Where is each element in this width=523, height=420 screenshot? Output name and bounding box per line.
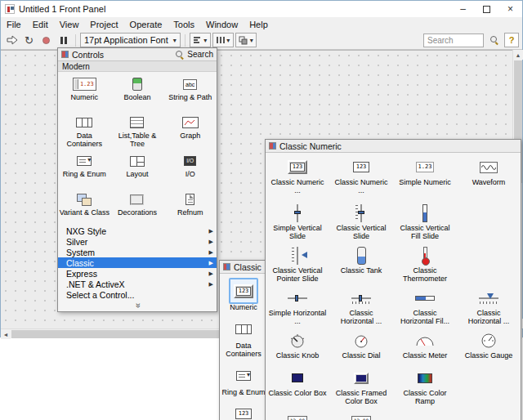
cn-item-classic-color-box[interactable]: Classic Color Box xyxy=(266,364,329,406)
cn-item-simple-numeric[interactable]: 1.23 Simple Numeric xyxy=(393,153,457,199)
cn-item-classic-meter[interactable]: Classic Meter xyxy=(393,326,457,364)
controls-palette-titlebar[interactable]: Controls Search xyxy=(58,48,217,61)
titlebar[interactable]: Untitled 1 Front Panel – × xyxy=(1,1,522,17)
cn-item-waveform[interactable]: Waveform xyxy=(457,153,521,199)
graph-icon xyxy=(182,117,199,128)
section-modern[interactable]: Modern xyxy=(58,61,217,72)
pause-button[interactable] xyxy=(56,33,71,48)
palette-item-data-containers[interactable]: Data Containers xyxy=(58,110,111,149)
palette-item-variant-class[interactable]: Variant & Class xyxy=(58,187,111,226)
palette-row-select-a-control[interactable]: Select a Control... xyxy=(58,289,217,300)
knob-icon xyxy=(289,333,306,348)
cn-item-classic-vertical-slide[interactable]: Classic Vertical Slide xyxy=(329,199,393,241)
expand-chevron-button[interactable]: « xyxy=(58,300,217,311)
cn-item-simple-vertical-slide[interactable]: Simple Vertical Slide xyxy=(266,199,329,241)
classic-vertical-slide-icon xyxy=(355,203,368,223)
help-button[interactable]: ? xyxy=(504,33,519,47)
cn-item-classic-numeric-indicator[interactable]: 123 Classic Numeric ... xyxy=(329,153,393,199)
controls-palette-title: Controls xyxy=(72,50,104,60)
abort-button[interactable] xyxy=(38,33,54,48)
run-continuous-button[interactable]: ↻ xyxy=(21,33,37,48)
palette-item-string-path[interactable]: abc String & Path xyxy=(163,72,217,110)
ring-enum-icon xyxy=(236,371,251,381)
color-ramp-icon xyxy=(418,373,432,383)
maximize-button[interactable] xyxy=(475,1,498,17)
classic-item-partial[interactable]: 123 xyxy=(220,397,267,420)
cn-item-classic-gauge[interactable]: Classic Gauge xyxy=(457,326,521,364)
search-button[interactable] xyxy=(486,33,502,48)
run-continuous-icon: ↻ xyxy=(25,35,34,46)
palette-row-express[interactable]: Express ▶ xyxy=(58,268,217,279)
palette-item-ring-enum[interactable]: Ring & Enum xyxy=(58,149,111,187)
cn-item-classic-knob[interactable]: Classic Knob xyxy=(266,326,329,364)
menu-window[interactable]: Window xyxy=(200,17,244,31)
palette-row-dotnet-activex[interactable]: .NET & ActiveX ▶ xyxy=(58,279,217,289)
cn-item-classic-numeric-control[interactable]: 123 Classic Numeric ... xyxy=(266,153,329,199)
cn-item-classic-color-ramp[interactable]: Classic Color Ramp xyxy=(393,364,457,406)
menu-operate[interactable]: Operate xyxy=(124,17,168,31)
align-objects-dropdown[interactable]: ▾ xyxy=(190,33,211,47)
distribute-objects-dropdown[interactable]: ▾ xyxy=(212,33,234,47)
palette-item-refnum[interactable]: Refnum xyxy=(163,187,217,226)
menu-edit[interactable]: Edit xyxy=(27,17,54,31)
ring-enum-icon xyxy=(77,156,92,166)
palette-item-layout[interactable]: Layout xyxy=(111,149,164,187)
palette-item-graph[interactable]: Graph xyxy=(163,110,217,149)
palette-row-classic[interactable]: Classic ▶ xyxy=(58,257,217,268)
cn-item-classic-framed-color-box[interactable]: Classic Framed Color Box xyxy=(329,364,393,406)
data-containers-icon xyxy=(76,118,92,127)
search-input[interactable] xyxy=(423,34,484,47)
modern-controls-grid: 1.23 Numeric Boolean abc String & Path D… xyxy=(58,72,217,226)
palette-item-decorations[interactable]: Decorations xyxy=(111,187,164,226)
timestamp-icon: 12:00 xyxy=(288,416,307,420)
close-button[interactable]: × xyxy=(498,1,522,17)
classic-item-numeric[interactable]: 123 Numeric xyxy=(220,274,267,312)
classic-horizontal-pointer-slide-icon xyxy=(478,293,499,304)
classic-item-ring-enum[interactable]: Ring & Enum xyxy=(220,359,267,397)
menu-project[interactable]: Project xyxy=(84,17,123,31)
cn-item-classic-vertical-pointer-slide[interactable]: Classic Vertical Pointer Slide xyxy=(266,241,329,284)
menu-file[interactable]: File xyxy=(1,17,27,31)
cn-item-classic-horizontal-pointer-slide[interactable]: Classic Horizontal ... xyxy=(457,284,521,326)
menu-help[interactable]: Help xyxy=(244,17,274,31)
help-icon: ? xyxy=(509,35,515,45)
reorder-dropdown[interactable]: ▾ xyxy=(235,33,257,47)
layout-icon xyxy=(130,156,145,167)
palette-item-io[interactable]: I/O I/O xyxy=(163,149,217,187)
run-button[interactable] xyxy=(4,33,20,48)
classic-numeric-titlebar[interactable]: Classic Numeric xyxy=(266,140,521,153)
scroll-up-icon[interactable]: ▲ xyxy=(513,50,523,60)
cn-item-classic-thermometer[interactable]: Classic Thermometer xyxy=(393,241,457,284)
palette-row-system[interactable]: System ▶ xyxy=(58,247,217,257)
palette-item-boolean[interactable]: Boolean xyxy=(111,72,164,110)
menu-tools[interactable]: Tools xyxy=(168,17,200,31)
palette-search-button[interactable]: Search xyxy=(175,50,213,60)
palette-icon xyxy=(61,51,69,58)
cn-item-classic-dial[interactable]: Classic Dial xyxy=(329,326,393,364)
palette-item-list-table-tree[interactable]: List,Table & Tree xyxy=(111,110,164,149)
cn-item-classic-horizontal-slide[interactable]: Classic Horizontal ... xyxy=(329,284,393,326)
string-path-icon: abc xyxy=(183,79,197,90)
classic-horizontal-slide-icon xyxy=(351,293,372,304)
palette-icon xyxy=(269,142,276,150)
classic-palette-titlebar[interactable]: Classic xyxy=(220,261,267,274)
palette-row-nxg-style[interactable]: NXG Style ▶ xyxy=(58,226,217,236)
cn-item-classic-horizontal-fill-slide[interactable]: Classic Horizontal Fil... xyxy=(393,284,457,326)
minimize-button[interactable]: – xyxy=(451,1,475,17)
font-selector-dropdown[interactable]: 17pt Application Font ▾ xyxy=(80,33,181,47)
classic-vertical-fill-slide-icon xyxy=(418,203,431,223)
cn-item-classic-vertical-fill-slide[interactable]: Classic Vertical Fill Slide xyxy=(393,199,457,241)
scroll-left-icon[interactable]: ◄ xyxy=(1,329,11,339)
palette-item-numeric[interactable]: 1.23 Numeric xyxy=(58,72,111,110)
classic-numeric-palette: Classic Numeric 123 Classic Numeric ... … xyxy=(265,139,521,420)
classic-item-data-containers[interactable]: Data Containers xyxy=(220,312,267,359)
cn-item-simple-horizontal-slide[interactable]: Simple Horizontal ... xyxy=(266,284,329,326)
cn-item-timestamp-indicator[interactable]: 12:00 xyxy=(329,406,393,420)
classic-palette-title: Classic xyxy=(234,262,262,272)
cn-item-classic-tank[interactable]: Classic Tank xyxy=(329,241,393,284)
palette-row-silver[interactable]: Silver ▶ xyxy=(58,236,217,247)
abort-icon xyxy=(42,37,50,44)
cn-item-timestamp-control[interactable]: 12:00 xyxy=(266,406,329,420)
menu-view[interactable]: View xyxy=(54,17,85,31)
submenu-arrow-icon: ▶ xyxy=(209,270,213,277)
